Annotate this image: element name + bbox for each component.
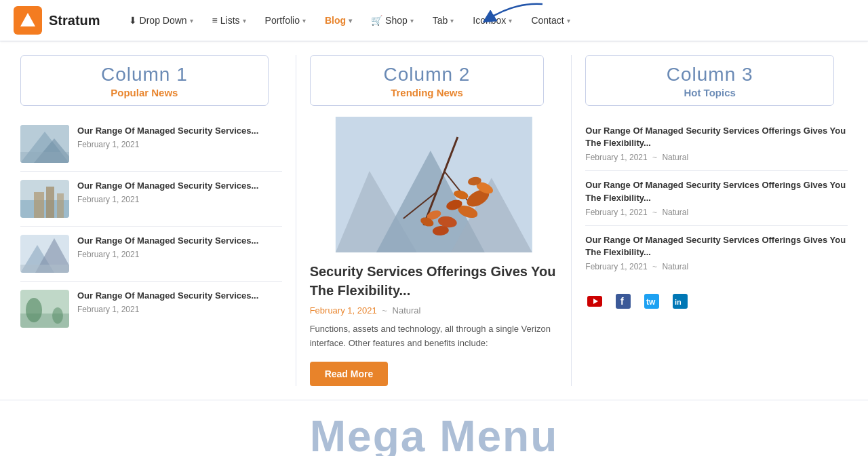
svg-rect-4 — [20, 152, 69, 163]
news-thumbnail — [20, 235, 69, 273]
nav-item-dropdown[interactable]: ⬇ Drop Down ▾ — [121, 11, 201, 30]
svg-rect-13 — [20, 265, 69, 273]
col2-header: Column 2 Trending News — [310, 55, 545, 106]
news-info: Our Range Of Managed Security Services..… — [77, 180, 282, 204]
youtube-icon[interactable] — [585, 292, 604, 311]
news-title: Our Range Of Managed Security Services..… — [77, 290, 282, 302]
topic-title: Our Range Of Managed Security Services O… — [585, 234, 848, 259]
news-title: Our Range Of Managed Security Services..… — [77, 235, 282, 247]
svg-point-17 — [52, 307, 63, 324]
col3-subtitle: Hot Topics — [597, 87, 823, 98]
topic-title: Our Range Of Managed Security Services O… — [585, 179, 848, 204]
col1-subtitle: Popular News — [32, 87, 257, 98]
list-item[interactable]: Our Range Of Managed Security Services..… — [20, 117, 282, 172]
nav-item-tab[interactable]: Tab ▾ — [425, 11, 462, 30]
menu-icon: ⬇ — [129, 15, 137, 26]
list-item[interactable]: Our Range Of Managed Security Services O… — [585, 171, 848, 225]
chevron-icon: ▾ — [410, 17, 414, 24]
topic-meta: February 1, 2021 ~ Natural — [585, 153, 848, 162]
topic-date: February 1, 2021 — [585, 208, 647, 217]
nav-item-lists[interactable]: ≡ Lists ▾ — [204, 11, 254, 30]
featured-meta: February 1, 2021 ~ Natural — [310, 305, 558, 316]
news-date: February 1, 2021 — [77, 140, 282, 149]
list-item[interactable]: Our Range Of Managed Security Services O… — [585, 226, 848, 280]
logo[interactable]: Stratum — [14, 6, 100, 35]
meta-separator: ~ — [382, 305, 387, 316]
svg-rect-9 — [57, 193, 64, 218]
arrow-annotation — [475, 0, 556, 35]
topic-category: Natural — [662, 153, 688, 162]
nav-item-shop[interactable]: 🛒 Shop ▾ — [363, 11, 422, 30]
facebook-icon[interactable]: f — [614, 292, 633, 311]
cart-icon: 🛒 — [371, 15, 382, 26]
svg-text:f: f — [620, 296, 624, 307]
topic-meta: February 1, 2021 ~ Natural — [585, 262, 848, 271]
svg-text:tw: tw — [646, 297, 656, 307]
svg-text:in: in — [675, 298, 682, 306]
nav-item-blog[interactable]: Blog ▾ — [317, 11, 360, 30]
topic-date: February 1, 2021 — [585, 262, 647, 271]
logo-icon — [14, 6, 42, 35]
topic-title: Our Range Of Managed Security Services O… — [585, 125, 848, 149]
nav-item-portfolio[interactable]: Portfolio ▾ — [257, 11, 314, 30]
news-thumbnail — [20, 125, 69, 163]
list-item[interactable]: Our Range Of Managed Security Services..… — [20, 282, 282, 336]
chevron-icon: ▾ — [450, 17, 454, 24]
featured-excerpt: Functions, assets and technology, all th… — [310, 322, 558, 351]
featured-title[interactable]: Security Services Offerings Gives You Th… — [310, 262, 558, 300]
news-title: Our Range Of Managed Security Services..… — [77, 125, 282, 137]
topic-date: February 1, 2021 — [585, 153, 647, 162]
topic-category: Natural — [662, 262, 688, 271]
topic-category: Natural — [662, 208, 688, 217]
list-item[interactable]: Our Range Of Managed Security Services O… — [585, 117, 848, 171]
social-bar: f tw in — [585, 292, 848, 311]
topic-list: Our Range Of Managed Security Services O… — [585, 117, 848, 280]
featured-image — [310, 117, 558, 252]
list-item[interactable]: Our Range Of Managed Security Services..… — [20, 227, 282, 282]
news-thumbnail — [20, 180, 69, 218]
logo-text: Stratum — [49, 13, 100, 28]
col3-heading: Column 3 — [597, 64, 823, 86]
chevron-icon: ▾ — [243, 17, 246, 24]
news-info: Our Range Of Managed Security Services..… — [77, 290, 282, 314]
featured-category: Natural — [393, 305, 421, 316]
linkedin-icon[interactable]: in — [671, 292, 690, 311]
chevron-icon: ▾ — [567, 17, 570, 24]
col1-header: Column 1 Popular News — [20, 55, 269, 106]
column-2: Column 2 Trending News — [296, 55, 572, 386]
list-item[interactable]: Our Range Of Managed Security Services..… — [20, 172, 282, 227]
col2-heading: Column 2 — [321, 64, 533, 86]
col1-news-list: Our Range Of Managed Security Services..… — [20, 117, 282, 336]
navbar: Stratum ⬇ Drop Down ▾ ≡ Lists ▾ Portfoli… — [0, 0, 868, 41]
read-more-button[interactable]: Read More — [310, 362, 389, 386]
news-info: Our Range Of Managed Security Services..… — [77, 125, 282, 149]
news-date: February 1, 2021 — [77, 305, 282, 314]
column-3: Column 3 Hot Topics Our Range Of Managed… — [572, 55, 848, 386]
col3-header: Column 3 Hot Topics — [585, 55, 834, 106]
col1-heading: Column 1 — [32, 64, 257, 86]
mega-menu: Column 1 Popular News Our Range Of Ma — [0, 41, 868, 456]
news-date: February 1, 2021 — [77, 250, 282, 259]
news-thumbnail — [20, 290, 69, 328]
svg-rect-7 — [34, 192, 44, 218]
svg-rect-8 — [46, 187, 54, 218]
list-icon: ≡ — [212, 15, 218, 26]
news-date: February 1, 2021 — [77, 195, 282, 204]
news-info: Our Range Of Managed Security Services..… — [77, 235, 282, 259]
col2-subtitle: Trending News — [321, 87, 533, 98]
twitter-icon[interactable]: tw — [642, 292, 661, 311]
column-1: Column 1 Popular News Our Range Of Ma — [20, 55, 296, 386]
chevron-icon: ▾ — [302, 17, 306, 24]
mega-menu-label: Mega Menu — [0, 400, 868, 456]
featured-date: February 1, 2021 — [310, 305, 377, 316]
svg-marker-0 — [20, 13, 35, 26]
chevron-icon: ▾ — [190, 17, 193, 24]
mega-menu-grid: Column 1 Popular News Our Range Of Ma — [0, 41, 868, 400]
svg-point-16 — [26, 298, 42, 322]
chevron-icon: ▾ — [349, 17, 352, 24]
topic-meta: February 1, 2021 ~ Natural — [585, 208, 848, 217]
news-title: Our Range Of Managed Security Services..… — [77, 180, 282, 192]
